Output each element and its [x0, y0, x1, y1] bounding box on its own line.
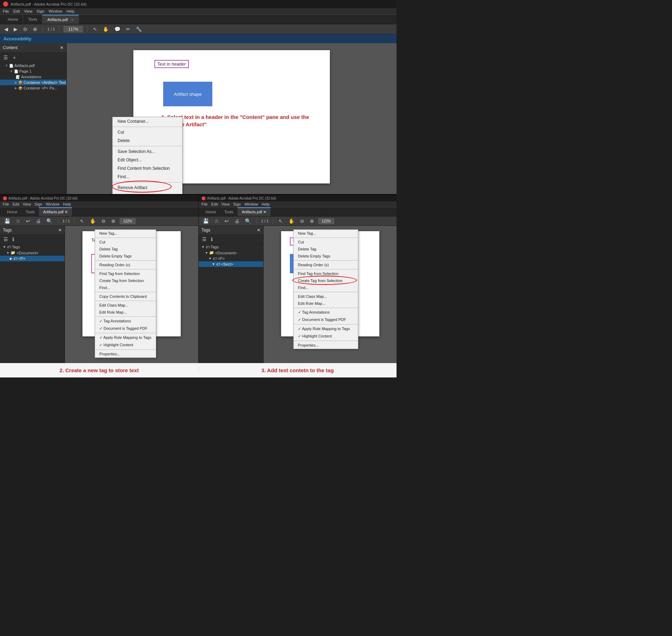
- bl-bookmark-btn[interactable]: ☆: [14, 217, 22, 225]
- bl-hand-btn[interactable]: ✋: [88, 217, 97, 225]
- menu-sign[interactable]: Sign: [36, 9, 44, 13]
- cm-save-selection[interactable]: Save Selection As...: [113, 147, 182, 156]
- bl-tree-p[interactable]: ▶ 🏷 <P>: [0, 256, 65, 261]
- br-cm-find-tag[interactable]: Find Tag from Selection: [294, 270, 358, 277]
- menu-file[interactable]: File: [3, 9, 9, 13]
- bl-cm-properties[interactable]: Properties...: [95, 350, 156, 357]
- br-menu-file[interactable]: File: [201, 202, 208, 206]
- bl-zoom-in-btn[interactable]: ⊕: [110, 217, 117, 225]
- br-menu-view[interactable]: View: [221, 202, 230, 206]
- bl-cm-delete-tag[interactable]: Delete Tag: [95, 246, 156, 253]
- comment-button[interactable]: 💬: [113, 26, 122, 33]
- br-tags-menu-btn[interactable]: ☰: [201, 236, 208, 243]
- bl-tree-document[interactable]: ▼ 📁 <Document>: [0, 250, 65, 256]
- bl-tab-tools[interactable]: Tools: [21, 208, 39, 216]
- bl-cm-find[interactable]: Find...: [95, 284, 156, 291]
- bl-cm-create-tag[interactable]: Create Tag from Selection: [95, 277, 156, 284]
- br-cm-cut[interactable]: Cut: [294, 239, 358, 246]
- br-cm-create-tag[interactable]: Create Tag from Selection: [294, 277, 358, 284]
- bl-tab-artifacts[interactable]: Artifacts.pdf ✕: [39, 207, 72, 216]
- br-menu-window[interactable]: Window: [244, 202, 258, 206]
- tree-item-page1[interactable]: ▼ 📄 Page 1: [0, 68, 66, 74]
- cm-new-container[interactable]: New Container...: [113, 117, 182, 126]
- br-zoom-in-btn[interactable]: ⊕: [308, 217, 315, 225]
- bl-menu-edit[interactable]: Edit: [13, 202, 19, 206]
- bl-nav-up-btn[interactable]: ↩: [25, 217, 32, 225]
- br-cm-delete-tag[interactable]: Delete Tag: [294, 246, 358, 253]
- br-hand-btn[interactable]: ✋: [287, 217, 296, 225]
- sidebar-close-icon[interactable]: ✕: [60, 45, 64, 50]
- tab-close-icon[interactable]: ✕: [71, 18, 74, 22]
- br-cm-tag-annotations[interactable]: ✓ Tag Annotations: [294, 309, 358, 316]
- br-menu-sign[interactable]: Sign: [233, 202, 241, 206]
- bl-cm-tagged-pdf[interactable]: ✓ Document is Tagged PDF: [95, 325, 156, 332]
- cm-delete[interactable]: Delete: [113, 136, 182, 145]
- br-cm-reading-order[interactable]: Reading Order (x): [294, 261, 358, 268]
- bl-print-btn[interactable]: 🖨: [34, 217, 42, 225]
- cm-cut[interactable]: Cut: [113, 128, 182, 136]
- br-menu-help[interactable]: Help: [262, 202, 270, 206]
- more-tools-button[interactable]: 🔧: [134, 26, 143, 33]
- bl-cm-reading-order[interactable]: Reading Order (x): [95, 261, 156, 268]
- br-cm-find[interactable]: Find...: [294, 284, 358, 291]
- menu-edit[interactable]: Edit: [13, 9, 20, 13]
- bl-search-btn[interactable]: 🔍: [45, 217, 54, 225]
- bl-save-btn[interactable]: 💾: [3, 217, 12, 225]
- bl-tab-close-icon[interactable]: ✕: [65, 210, 68, 214]
- br-save-btn[interactable]: 💾: [201, 217, 210, 225]
- br-cm-properties[interactable]: Properties...: [294, 342, 358, 349]
- tree-item-file[interactable]: ▼ 📄 Artifacts.pdf: [0, 63, 66, 68]
- tree-item-annotations[interactable]: 📝 Annotations: [0, 74, 66, 80]
- br-cm-highlight[interactable]: ✓ Highlight Content: [294, 333, 358, 340]
- sidebar-new-button[interactable]: +: [12, 54, 17, 61]
- tab-home[interactable]: Home: [3, 15, 23, 24]
- br-tags-info-btn[interactable]: ℹ: [209, 236, 214, 243]
- bl-zoom-input[interactable]: [120, 218, 135, 224]
- menu-window[interactable]: Window: [48, 9, 62, 13]
- zoom-in-button[interactable]: ⊕: [32, 26, 39, 33]
- pen-button[interactable]: ✏: [125, 26, 132, 33]
- bl-menu-window[interactable]: Window: [46, 202, 59, 206]
- br-print-btn[interactable]: 🖨: [233, 217, 241, 225]
- br-sidebar-close[interactable]: ✕: [257, 228, 260, 233]
- br-zoom-out-btn[interactable]: ⊖: [299, 217, 306, 225]
- cursor-tool-button[interactable]: ↖: [92, 26, 99, 33]
- br-cm-edit-class[interactable]: Edit Class Map...: [294, 293, 358, 300]
- br-cm-new-tag[interactable]: New Tag...: [294, 230, 358, 237]
- br-tree-document[interactable]: ▼ 📁 <Document>: [199, 250, 263, 256]
- bl-cm-apply-role[interactable]: ✓ Apply Role Mapping to Tags: [95, 334, 156, 341]
- nav-next-button[interactable]: ▶: [12, 26, 19, 33]
- bl-cm-copy-contents[interactable]: Copy Contents to Clipboard: [95, 293, 156, 300]
- br-search-btn[interactable]: 🔍: [244, 217, 252, 225]
- br-bookmark-btn[interactable]: ☆: [213, 217, 220, 225]
- bl-tab-home[interactable]: Home: [3, 208, 21, 216]
- bl-tree-tags[interactable]: ▼ 🏷 Tags: [0, 244, 65, 250]
- hand-tool-button[interactable]: ✋: [101, 26, 110, 33]
- bl-cm-tag-annotations[interactable]: ✓ Tag Annotations: [95, 317, 156, 325]
- br-tree-tags[interactable]: ▼ 🏷 Tags: [199, 244, 263, 250]
- bl-cm-delete-empty[interactable]: Delete Empty Tags: [95, 253, 156, 260]
- menu-help[interactable]: Help: [67, 9, 75, 13]
- br-tab-close-icon[interactable]: ✕: [263, 210, 266, 214]
- bl-cm-highlight[interactable]: ✓ Highlight Content: [95, 341, 156, 349]
- zoom-out-button[interactable]: ⊖: [22, 26, 29, 33]
- bl-cursor-btn[interactable]: ↖: [79, 217, 86, 225]
- bl-menu-sign[interactable]: Sign: [34, 202, 42, 206]
- bl-cm-edit-class[interactable]: Edit Class Map...: [95, 302, 156, 309]
- br-cm-delete-empty[interactable]: Delete Empty Tags: [294, 253, 358, 260]
- menu-view[interactable]: View: [24, 9, 33, 13]
- tab-tools[interactable]: Tools: [23, 15, 42, 24]
- cm-edit-object[interactable]: Edit Object...: [113, 156, 182, 164]
- cm-show-tags[interactable]: Show in Tags Panel: [113, 192, 182, 194]
- bl-menu-file[interactable]: File: [3, 202, 9, 206]
- br-tab-tools[interactable]: Tools: [220, 208, 238, 216]
- bl-tags-menu-btn[interactable]: ☰: [2, 236, 9, 243]
- br-cursor-btn[interactable]: ↖: [277, 217, 284, 225]
- bl-cm-find-tag[interactable]: Find Tag from Selection: [95, 270, 156, 277]
- bl-menu-view[interactable]: View: [23, 202, 31, 206]
- tab-artifacts-pdf[interactable]: Artifacts.pdf ✕: [42, 15, 79, 24]
- br-menu-edit[interactable]: Edit: [211, 202, 218, 206]
- br-tab-artifacts[interactable]: Artifacts.pdf ✕: [238, 207, 271, 216]
- zoom-input[interactable]: [64, 26, 83, 32]
- bl-tags-info-btn[interactable]: ℹ: [11, 236, 15, 243]
